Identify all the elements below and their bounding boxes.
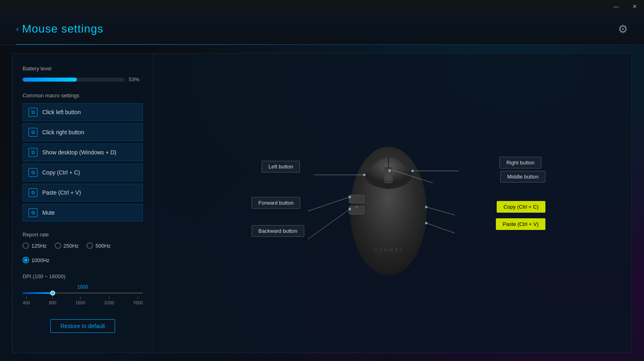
radio-label-250: 250Hz (64, 243, 79, 249)
page-title: Mouse settings (22, 23, 103, 35)
svg-rect-4 (349, 195, 364, 203)
radio-125hz[interactable]: 125Hz (23, 242, 47, 249)
label-backward-button[interactable]: Backward button (252, 225, 304, 237)
left-button-text: Left button (268, 164, 293, 170)
battery-section: Battery level 53% (23, 66, 143, 82)
radio-500hz[interactable]: 500Hz (87, 242, 111, 249)
right-button-text: Right button (506, 160, 535, 166)
radio-circle-250 (55, 242, 61, 249)
copy-button-text: Copy (Ctrl + C) (504, 204, 539, 210)
macro-click-left-label: Click left button (42, 109, 81, 115)
svg-point-20 (349, 208, 351, 210)
macro-copy[interactable]: Copy (Ctrl + C) (23, 164, 143, 181)
radio-250hz[interactable]: 250Hz (55, 242, 79, 249)
dpi-tick-mark-1600 (80, 296, 80, 299)
label-paste-button[interactable]: Paste (Ctrl + V) (496, 218, 545, 230)
svg-line-19 (308, 209, 350, 239)
dpi-current-value: 1600 (77, 284, 88, 290)
restore-default-button[interactable]: Restore to default (50, 319, 115, 333)
header-line (16, 44, 628, 45)
radio-label-1000: 1000Hz (31, 257, 50, 263)
macro-label: Common macro settings (23, 92, 143, 98)
report-section: Report rate 125Hz 250Hz 500Hz (23, 232, 143, 263)
gear-icon[interactable]: ⚙ (618, 22, 628, 35)
label-forward-button[interactable]: Forward button (252, 197, 300, 209)
macro-section: Common macro settings Click left button … (23, 92, 143, 222)
battery-percent: 53% (129, 76, 143, 82)
forward-button-text: Forward button (258, 200, 293, 206)
macro-show-desktop-label: Show desktop (Windows + D) (42, 149, 116, 156)
dpi-tick-mark-800 (52, 296, 53, 299)
main-content: Battery level 53% Common macro settings … (0, 45, 644, 361)
sidebar: Battery level 53% Common macro settings … (12, 53, 153, 353)
dpi-tick-3200: 3200 (104, 296, 114, 305)
macro-click-right-label: Click right button (42, 129, 84, 135)
battery-bar-container: 53% (23, 76, 143, 82)
mouse-diagram: HUAWEI Left button Right button Forward … (153, 53, 632, 353)
paste-button-text: Paste (Ctrl + V) (503, 221, 539, 227)
dpi-section: DPI (100 ~ 16000) 1600 400 (23, 273, 143, 309)
macro-icon-2 (29, 128, 37, 137)
middle-button-text: Middle button (507, 174, 539, 180)
battery-bar-bg (23, 78, 125, 82)
report-rate-group: 125Hz 250Hz 500Hz 1000Hz (23, 242, 143, 263)
report-rate-label: Report rate (23, 232, 143, 238)
svg-line-11 (308, 197, 350, 211)
dpi-tick-800: 800 (49, 296, 56, 305)
macro-icon-6 (29, 208, 37, 217)
dpi-ticks: 400 800 1600 3200 (23, 296, 143, 305)
dpi-track[interactable] (23, 292, 143, 294)
label-middle-button[interactable]: Middle button (500, 171, 545, 183)
dpi-tick-1600: 1600 (75, 296, 85, 305)
dpi-tick-label-400: 400 (23, 300, 30, 305)
battery-label: Battery level (23, 66, 143, 72)
svg-line-17 (427, 223, 455, 233)
dpi-slider-container: 1600 400 800 (23, 284, 143, 309)
dpi-tick-label-7600: 7600 (133, 300, 143, 305)
dpi-track-fill (23, 292, 53, 294)
radio-label-125: 125Hz (31, 243, 47, 249)
dpi-tick-label-800: 800 (49, 300, 56, 305)
battery-bar-fill (23, 78, 77, 82)
svg-point-16 (425, 206, 427, 208)
macro-icon-5 (29, 188, 37, 197)
macro-icon-4 (29, 168, 37, 177)
macro-show-desktop[interactable]: Show desktop (Windows + D) (23, 144, 143, 161)
dpi-thumb[interactable] (50, 291, 55, 295)
label-left-button[interactable]: Left button (262, 161, 300, 172)
radio-circle-500 (87, 242, 93, 249)
svg-point-6 (355, 206, 358, 208)
dpi-tick-label-1600: 1600 (75, 300, 85, 305)
macro-icon-1 (29, 108, 37, 117)
macro-paste-label: Paste (Ctrl + V) (42, 189, 81, 196)
back-arrow-icon[interactable]: ‹ (16, 24, 19, 33)
svg-point-14 (388, 170, 391, 172)
dpi-tick-mark-400 (26, 296, 27, 299)
content-panel: Battery level 53% Common macro settings … (12, 53, 632, 353)
macro-mute[interactable]: Mute (23, 204, 143, 222)
dpi-tick-400: 400 (23, 296, 30, 305)
close-button[interactable]: ✕ (625, 0, 644, 13)
dpi-tick-mark-7600 (138, 296, 138, 299)
minimize-button[interactable]: — (607, 0, 625, 13)
svg-point-10 (411, 170, 414, 172)
dpi-tick-7600: 7600 (133, 296, 143, 305)
radio-1000hz[interactable]: 1000Hz (23, 257, 50, 263)
macro-icon-3 (29, 148, 37, 157)
dpi-tick-label-3200: 3200 (104, 300, 114, 305)
label-copy-button[interactable]: Copy (Ctrl + C) (497, 201, 545, 213)
macro-copy-label: Copy (Ctrl + C) (42, 169, 80, 176)
label-right-button[interactable]: Right button (500, 157, 541, 168)
macro-mute-label: Mute (42, 209, 55, 216)
macro-paste[interactable]: Paste (Ctrl + V) (23, 184, 143, 201)
radio-label-500: 500Hz (95, 243, 111, 249)
svg-point-12 (349, 196, 351, 198)
dpi-tick-mark-3200 (109, 296, 109, 299)
svg-line-15 (427, 207, 455, 215)
radio-circle-125 (23, 242, 29, 249)
svg-point-18 (425, 222, 427, 224)
macro-click-left[interactable]: Click left button (23, 103, 143, 121)
macro-click-right[interactable]: Click right button (23, 123, 143, 141)
svg-point-8 (363, 174, 365, 176)
titlebar: — ✕ (0, 0, 644, 13)
